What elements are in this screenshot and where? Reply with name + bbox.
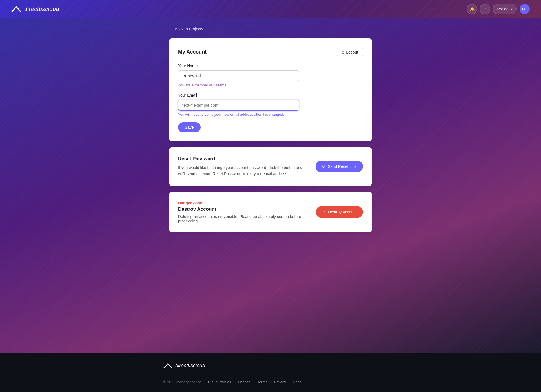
danger-card-content: Danger Zone Destroy Account Deleting an … — [178, 201, 309, 223]
footer-link-privacy[interactable]: Privacy — [274, 380, 286, 384]
danger-zone-label: Danger Zone — [178, 201, 309, 205]
footer-link-license[interactable]: License — [238, 380, 250, 384]
logout-button[interactable]: ⎋ Logout — [337, 47, 363, 57]
name-field-group: Your Name You are a member of 2 teams. — [178, 64, 363, 87]
email-hint: You will need to verify your new email a… — [178, 112, 363, 117]
header: directuscloud 🔔 ⊙ Project ▾ BT — [0, 0, 541, 18]
back-link-label: Back to Projects — [175, 27, 203, 31]
destroy-label: Destroy Account — [328, 210, 357, 214]
reset-card-content: Reset Password If you would like to chan… — [178, 156, 309, 177]
footer-logo-text: directuscloud — [175, 363, 205, 369]
footer: directuscloud © 2025 Monospace Inc Cloud… — [0, 353, 541, 392]
user-avatar[interactable]: BT — [520, 4, 530, 14]
destroy-account-button[interactable]: ⚠ Destroy Account — [316, 206, 363, 218]
account-card-title: My Account — [178, 49, 207, 55]
account-card-header: My Account ⎋ Logout — [178, 47, 363, 57]
help-button[interactable]: ⊙ — [480, 4, 490, 14]
save-label: Save — [185, 125, 194, 130]
send-reset-link-button[interactable]: ↻ Send Reset Link — [316, 161, 363, 172]
project-selector[interactable]: Project ▾ — [493, 4, 517, 14]
footer-bottom: © 2025 Monospace Inc Cloud Policies Lice… — [163, 380, 378, 384]
refresh-icon: ↻ — [322, 164, 325, 169]
logo-text: directuscloud — [24, 6, 59, 12]
danger-zone-card: Danger Zone Destroy Account Deleting an … — [169, 192, 372, 232]
reset-card-description: If you would like to change your account… — [178, 164, 309, 177]
name-input[interactable] — [178, 70, 299, 81]
email-input[interactable] — [178, 100, 299, 111]
footer-link-cloud-policies[interactable]: Cloud Policies — [208, 380, 231, 384]
name-hint: You are a member of 2 teams. — [178, 83, 363, 87]
header-actions: 🔔 ⊙ Project ▾ BT — [467, 4, 530, 14]
logout-icon: ⎋ — [342, 50, 344, 54]
footer-copyright: © 2025 Monospace Inc — [163, 380, 201, 384]
reset-card-title: Reset Password — [178, 156, 309, 162]
footer-link-terms[interactable]: Terms — [257, 380, 267, 384]
email-field-group: Your Email You will need to verify your … — [178, 93, 363, 117]
save-button[interactable]: Save — [178, 122, 201, 132]
destroy-account-title: Destroy Account — [178, 206, 309, 212]
destroy-icon: ⚠ — [322, 210, 326, 215]
avatar-initials: BT — [522, 7, 527, 11]
reset-password-card: Reset Password If you would like to chan… — [169, 147, 372, 186]
email-label: Your Email — [178, 93, 363, 97]
page-content: ← Back to Projects My Account ⎋ Logout Y… — [163, 18, 378, 255]
project-label: Project — [497, 7, 509, 11]
name-label: Your Name — [178, 64, 363, 68]
account-card: My Account ⎋ Logout Your Name You are a … — [169, 38, 372, 141]
danger-card-description: Deleting an account is irreversible. Ple… — [178, 214, 309, 223]
footer-link-docs[interactable]: Docs — [293, 380, 301, 384]
footer-logo: directuscloud — [163, 362, 378, 369]
logout-label: Logout — [346, 50, 358, 54]
back-arrow-icon: ← — [169, 27, 173, 31]
notifications-button[interactable]: 🔔 — [467, 4, 477, 14]
logo[interactable]: directuscloud — [11, 5, 59, 13]
back-to-projects-link[interactable]: ← Back to Projects — [169, 27, 203, 31]
chevron-down-icon: ▾ — [511, 8, 513, 11]
send-reset-label: Send Reset Link — [328, 164, 357, 169]
main-background: ← Back to Projects My Account ⎋ Logout Y… — [0, 18, 541, 353]
footer-divider — [163, 375, 378, 375]
directus-logo-icon — [11, 5, 21, 13]
footer-logo-icon — [163, 362, 172, 369]
